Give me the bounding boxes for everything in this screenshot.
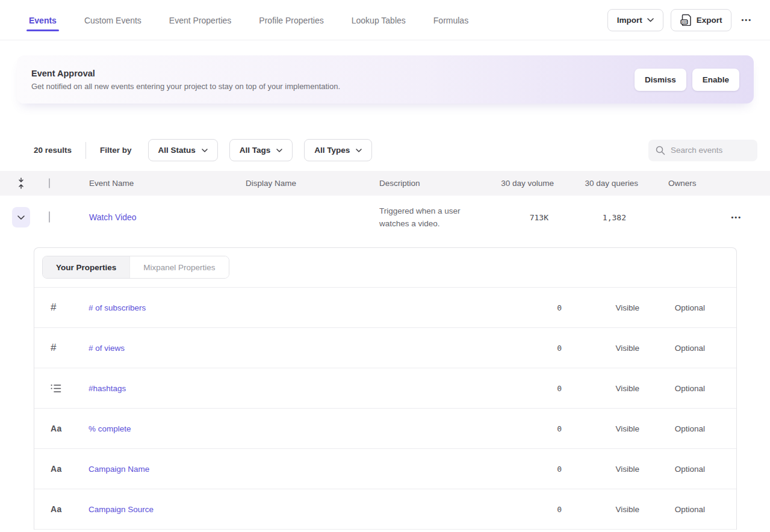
chevron-down-icon <box>647 18 654 22</box>
chevron-down-icon <box>202 149 208 152</box>
property-count: 0 <box>489 303 562 312</box>
search-box <box>648 140 757 161</box>
more-options-icon[interactable]: ••• <box>739 13 754 27</box>
dropdown-label: All Status <box>158 146 196 155</box>
import-button[interactable]: Import <box>607 9 663 31</box>
property-name-link[interactable]: Campaign Source <box>88 505 489 514</box>
property-name-link[interactable]: Campaign Name <box>88 465 489 474</box>
properties-list: # # of subscribers 0 Visible Optional # … <box>34 288 736 530</box>
property-count: 0 <box>489 465 562 474</box>
property-requirement: Optional <box>639 344 705 353</box>
enable-button[interactable]: Enable <box>692 69 739 91</box>
tab-mixpanel-properties[interactable]: Mixpanel Properties <box>129 256 228 278</box>
volume-value: 713K <box>483 213 554 222</box>
all-status-dropdown[interactable]: All Status <box>148 139 218 161</box>
event-approval-banner: Event Approval Get notified on all new e… <box>17 55 754 104</box>
property-visibility: Visible <box>562 384 639 393</box>
property-row: #hashtags 0 Visible Optional <box>34 368 736 409</box>
tab-event-properties[interactable]: Event Properties <box>169 0 232 40</box>
property-visibility: Visible <box>562 465 639 474</box>
property-row: # # of subscribers 0 Visible Optional <box>34 288 736 328</box>
properties-tabs-bar: Your Properties Mixpanel Properties <box>34 248 736 288</box>
column-event-name: Event Name <box>78 179 235 188</box>
chevron-down-icon <box>17 215 25 220</box>
banner-title: Event Approval <box>31 69 340 78</box>
import-label: Import <box>617 16 642 25</box>
property-visibility: Visible <box>562 505 639 514</box>
column-30-day-queries: 30 day queries <box>554 179 638 188</box>
tab-formulas[interactable]: Formulas <box>433 0 468 40</box>
lexicon-events-page: Events Custom Events Event Properties Pr… <box>0 0 770 532</box>
event-name-link[interactable]: Watch Video <box>89 212 137 222</box>
property-requirement: Optional <box>639 505 705 514</box>
nav-actions: Import csv Export ••• <box>607 9 754 31</box>
filter-dropdowns: All Status All Tags All Types <box>148 139 373 161</box>
event-description: Triggered when a user watches a video. <box>379 205 483 230</box>
property-row: Aa Campaign Name 0 Visible Optional <box>34 449 736 489</box>
nav-tabs: Events Custom Events Event Properties Pr… <box>29 0 468 40</box>
banner-description: Get notified on all new events entering … <box>31 82 340 91</box>
select-all-checkbox[interactable] <box>49 178 50 188</box>
tab-events[interactable]: Events <box>29 0 57 40</box>
banner-text: Event Approval Get notified on all new e… <box>31 69 340 91</box>
collapse-row-button[interactable] <box>12 207 30 227</box>
number-icon: # <box>34 342 88 354</box>
all-tags-dropdown[interactable]: All Tags <box>229 139 293 161</box>
property-count: 0 <box>489 505 562 514</box>
list-icon <box>34 384 88 393</box>
top-navigation: Events Custom Events Event Properties Pr… <box>0 0 770 40</box>
property-visibility: Visible <box>562 424 639 433</box>
property-requirement: Optional <box>639 384 705 393</box>
property-row: # # of views 0 Visible Optional <box>34 328 736 368</box>
all-types-dropdown[interactable]: All Types <box>304 139 372 161</box>
filter-by-label: Filter by <box>100 146 132 155</box>
column-description: Description <box>368 179 483 188</box>
property-requirement: Optional <box>639 303 705 312</box>
divider <box>85 142 86 159</box>
properties-tab-switcher: Your Properties Mixpanel Properties <box>42 256 229 279</box>
search-input[interactable] <box>671 146 750 155</box>
text-icon: Aa <box>34 464 88 474</box>
tab-custom-events[interactable]: Custom Events <box>84 0 141 40</box>
export-label: Export <box>697 16 722 25</box>
chevron-down-icon <box>276 149 282 152</box>
property-count: 0 <box>489 344 562 353</box>
tab-profile-properties[interactable]: Profile Properties <box>259 0 323 40</box>
property-count: 0 <box>489 384 562 393</box>
property-name-link[interactable]: # of subscribers <box>88 303 489 312</box>
search-icon <box>656 146 665 155</box>
property-name-link[interactable]: # of views <box>88 344 489 353</box>
property-name-link[interactable]: % complete <box>88 424 489 433</box>
number-icon: # <box>34 302 88 314</box>
dropdown-label: All Types <box>314 146 350 155</box>
property-name-link[interactable]: #hashtags <box>88 384 489 393</box>
row-more-options-icon[interactable]: ••• <box>728 210 744 224</box>
dismiss-button[interactable]: Dismiss <box>635 69 686 91</box>
event-row-watch-video: Watch Video Triggered when a user watche… <box>0 196 770 239</box>
svg-text:csv: csv <box>682 20 687 23</box>
chevron-down-icon <box>356 149 362 152</box>
property-count: 0 <box>489 424 562 433</box>
property-row: Aa % complete 0 Visible Optional <box>34 409 736 449</box>
column-display-name: Display Name <box>235 179 368 188</box>
property-requirement: Optional <box>639 424 705 433</box>
tab-lookup-tables[interactable]: Lookup Tables <box>352 0 406 40</box>
events-table-header: Event Name Display Name Description 30 d… <box>0 171 770 196</box>
properties-panel: Your Properties Mixpanel Properties # # … <box>34 247 737 530</box>
property-visibility: Visible <box>562 344 639 353</box>
column-owners: Owners <box>638 179 722 188</box>
export-button[interactable]: csv Export <box>671 9 732 31</box>
results-count: 20 results <box>34 146 72 155</box>
column-30-day-volume: 30 day volume <box>483 179 554 188</box>
property-requirement: Optional <box>639 465 705 474</box>
csv-file-icon: csv <box>680 14 692 26</box>
property-row: Aa Campaign Source 0 Visible Optional <box>34 489 736 530</box>
banner-actions: Dismiss Enable <box>635 69 739 91</box>
filter-bar: 20 results Filter by All Status All Tags… <box>0 139 770 161</box>
text-icon: Aa <box>34 424 88 433</box>
queries-value: 1,382 <box>554 213 638 222</box>
tab-your-properties[interactable]: Your Properties <box>43 256 129 278</box>
dropdown-label: All Tags <box>240 146 271 155</box>
row-checkbox[interactable] <box>49 211 50 223</box>
collapse-all-icon[interactable] <box>17 178 25 189</box>
